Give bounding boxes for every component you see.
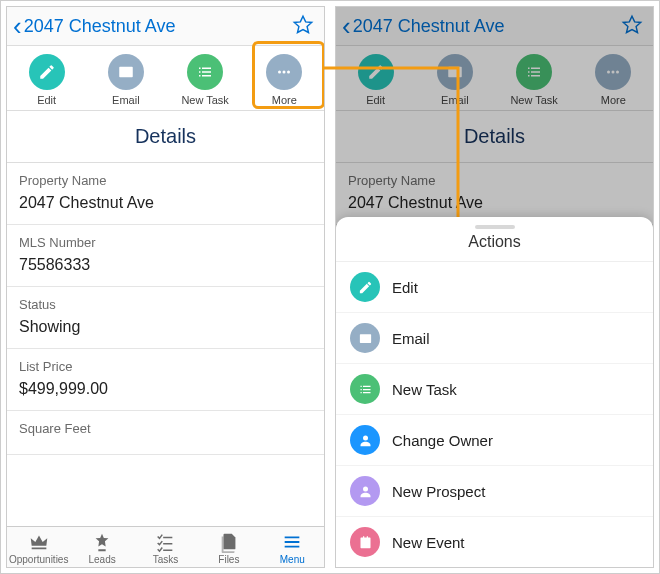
action-email[interactable]: Email bbox=[425, 54, 485, 106]
svg-point-3 bbox=[607, 71, 610, 74]
action-email-label: Email bbox=[112, 94, 140, 106]
checklist-icon bbox=[516, 54, 552, 90]
field-value: Showing bbox=[19, 318, 312, 336]
svg-point-2 bbox=[287, 71, 290, 74]
sheet-item-change-owner[interactable]: Change Owner bbox=[336, 415, 653, 466]
actions-row: Edit Email New Task More bbox=[336, 46, 653, 111]
svg-point-1 bbox=[283, 71, 286, 74]
tab-label: Opportunities bbox=[9, 554, 68, 565]
svg-point-7 bbox=[363, 486, 368, 491]
mail-icon bbox=[350, 323, 380, 353]
field-square-feet: Square Feet bbox=[7, 411, 324, 455]
field-property-name: Property Name 2047 Chestnut Ave bbox=[7, 163, 324, 225]
field-mls-number: MLS Number 75586333 bbox=[7, 225, 324, 287]
mail-icon bbox=[437, 54, 473, 90]
screenshot-container: ‹ 2047 Chestnut Ave Edit Email New Task bbox=[0, 0, 660, 574]
calendar-icon bbox=[350, 527, 380, 557]
sheet-item-label: Email bbox=[392, 330, 430, 347]
field-label: Property Name bbox=[348, 173, 641, 188]
sheet-item-edit[interactable]: Edit bbox=[336, 262, 653, 313]
tab-label: Menu bbox=[280, 554, 305, 565]
field-label: Property Name bbox=[19, 173, 312, 188]
ellipsis-icon bbox=[595, 54, 631, 90]
phone-right: ‹ 2047 Chestnut Ave Edit Email New Task bbox=[335, 6, 654, 568]
pencil-icon bbox=[358, 54, 394, 90]
action-more-label: More bbox=[272, 94, 297, 106]
phone-left: ‹ 2047 Chestnut Ave Edit Email New Task bbox=[6, 6, 325, 568]
tasks-icon bbox=[154, 531, 176, 553]
sheet-item-label: New Task bbox=[392, 381, 457, 398]
star-person-icon bbox=[91, 531, 113, 553]
sheet-item-label: Change Owner bbox=[392, 432, 493, 449]
field-property-name: Property Name 2047 Chestnut Ave bbox=[336, 163, 653, 225]
tab-menu[interactable]: Menu bbox=[262, 531, 322, 565]
details-heading: Details bbox=[7, 111, 324, 163]
pencil-icon bbox=[29, 54, 65, 90]
action-edit-label: Edit bbox=[37, 94, 56, 106]
files-icon bbox=[218, 531, 240, 553]
back-chevron-icon[interactable]: ‹ bbox=[11, 13, 24, 39]
checklist-icon bbox=[187, 54, 223, 90]
sheet-item-new-prospect[interactable]: New Prospect bbox=[336, 466, 653, 517]
menu-icon bbox=[281, 531, 303, 553]
tab-label: Files bbox=[218, 554, 239, 565]
page-header: ‹ 2047 Chestnut Ave bbox=[7, 7, 324, 46]
person-icon bbox=[350, 425, 380, 455]
sheet-handle[interactable] bbox=[475, 225, 515, 229]
details-heading: Details bbox=[336, 111, 653, 163]
tab-leads[interactable]: Leads bbox=[72, 531, 132, 565]
field-value: $499,999.00 bbox=[19, 380, 312, 398]
tab-bar: Opportunities Leads Tasks Files Menu bbox=[7, 526, 324, 567]
checklist-icon bbox=[350, 374, 380, 404]
crown-icon bbox=[28, 531, 50, 553]
action-email-label: Email bbox=[441, 94, 469, 106]
field-value: 2047 Chestnut Ave bbox=[348, 194, 641, 212]
action-more-label: More bbox=[601, 94, 626, 106]
field-list-price: List Price $499,999.00 bbox=[7, 349, 324, 411]
sheet-title: Actions bbox=[336, 233, 653, 262]
sheet-item-email[interactable]: Email bbox=[336, 313, 653, 364]
tab-label: Leads bbox=[88, 554, 115, 565]
field-label: Square Feet bbox=[19, 421, 312, 436]
contact-icon bbox=[350, 476, 380, 506]
action-edit[interactable]: Edit bbox=[346, 54, 406, 106]
action-more[interactable]: More bbox=[583, 54, 643, 106]
fields-list: Property Name 2047 Chestnut Ave MLS Numb… bbox=[7, 163, 324, 526]
back-chevron-icon[interactable]: ‹ bbox=[340, 13, 353, 39]
field-label: MLS Number bbox=[19, 235, 312, 250]
tab-label: Tasks bbox=[153, 554, 179, 565]
favorite-star-icon[interactable] bbox=[621, 14, 643, 39]
action-new-task-label: New Task bbox=[510, 94, 557, 106]
field-label: Status bbox=[19, 297, 312, 312]
tab-opportunities[interactable]: Opportunities bbox=[9, 531, 69, 565]
sheet-item-new-task[interactable]: New Task bbox=[336, 364, 653, 415]
action-new-task-label: New Task bbox=[181, 94, 228, 106]
action-more[interactable]: More bbox=[254, 54, 314, 106]
svg-point-4 bbox=[612, 71, 615, 74]
main-screen: ‹ 2047 Chestnut Ave Edit Email New Task bbox=[7, 7, 324, 567]
action-new-task[interactable]: New Task bbox=[175, 54, 235, 106]
svg-point-5 bbox=[616, 71, 619, 74]
sheet-item-label: New Prospect bbox=[392, 483, 485, 500]
field-value: 75586333 bbox=[19, 256, 312, 274]
pencil-icon bbox=[350, 272, 380, 302]
actions-row: Edit Email New Task More bbox=[7, 46, 324, 111]
action-edit-label: Edit bbox=[366, 94, 385, 106]
sheet-item-label: New Event bbox=[392, 534, 465, 551]
action-edit[interactable]: Edit bbox=[17, 54, 77, 106]
svg-point-0 bbox=[278, 71, 281, 74]
tab-tasks[interactable]: Tasks bbox=[135, 531, 195, 565]
sheet-item-new-event[interactable]: New Event bbox=[336, 517, 653, 567]
page-header: ‹ 2047 Chestnut Ave bbox=[336, 7, 653, 46]
page-title[interactable]: 2047 Chestnut Ave bbox=[353, 16, 621, 37]
mail-icon bbox=[108, 54, 144, 90]
field-label: List Price bbox=[19, 359, 312, 374]
ellipsis-icon bbox=[266, 54, 302, 90]
field-status: Status Showing bbox=[7, 287, 324, 349]
action-email[interactable]: Email bbox=[96, 54, 156, 106]
favorite-star-icon[interactable] bbox=[292, 14, 314, 39]
field-value: 2047 Chestnut Ave bbox=[19, 194, 312, 212]
page-title[interactable]: 2047 Chestnut Ave bbox=[24, 16, 292, 37]
action-new-task[interactable]: New Task bbox=[504, 54, 564, 106]
tab-files[interactable]: Files bbox=[199, 531, 259, 565]
